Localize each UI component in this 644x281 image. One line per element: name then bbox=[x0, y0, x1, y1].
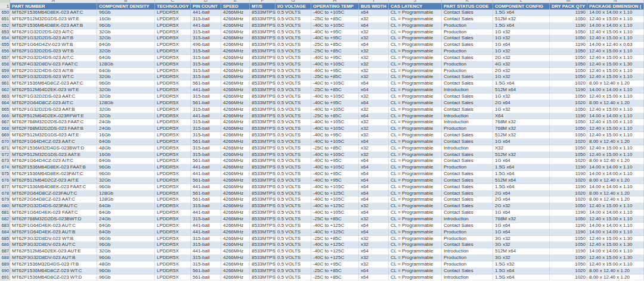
cell-N652-package-dimension[interactable]: 14.00 x 14.00 x 1.10 bbox=[587, 23, 644, 29]
cell-I658-bus-width[interactable]: x32 bbox=[359, 61, 389, 68]
cell-E657-speed[interactable]: 4266MHz bbox=[221, 55, 250, 61]
cell-B672-component-density[interactable]: 16Gb bbox=[97, 152, 155, 158]
cell-B655-component-density[interactable]: 64Gb bbox=[97, 42, 155, 48]
cell-K653-part-status-code[interactable]: Production bbox=[442, 29, 493, 36]
cell-B690-component-density[interactable]: 96Gb bbox=[97, 268, 155, 274]
cell-A654-part-number[interactable]: MT62F1G32D2DS-023 AIT:B bbox=[10, 35, 97, 42]
row-header-668[interactable]: 668 bbox=[0, 126, 10, 132]
cell-E683-speed[interactable]: 4266MHz bbox=[221, 223, 250, 229]
cell-E669-speed[interactable]: 4266MHz bbox=[221, 132, 250, 139]
cell-E660-speed[interactable]: 4266MHz bbox=[221, 74, 250, 80]
cell-I685-bus-width[interactable]: x32 bbox=[359, 236, 389, 242]
cell-D668-pin-count[interactable]: 315-ball bbox=[191, 126, 221, 132]
cell-L670-component-config[interactable]: 1G x64 bbox=[493, 139, 550, 145]
cell-B658-component-density[interactable]: 128Gb bbox=[97, 61, 155, 68]
cell-L665-component-config[interactable]: 1G x32 bbox=[493, 107, 550, 113]
cell-G687-io-voltage[interactable]: 0.5 VOLTS bbox=[275, 248, 311, 255]
cell-N662-package-dimension[interactable]: 14.00 x 14.00 x 1.10 bbox=[587, 87, 644, 93]
cell-J686-cas-latency[interactable]: CL = Programmable bbox=[389, 242, 442, 248]
cell-C674-technology[interactable]: LPDDR5X bbox=[155, 164, 191, 171]
cell-B678-component-density[interactable]: 128Gb bbox=[97, 191, 155, 197]
cell-B677-component-density[interactable]: 96Gb bbox=[97, 184, 155, 191]
cell-D682-pin-count[interactable]: 315-ball bbox=[191, 216, 221, 223]
cell-N674-package-dimension[interactable]: 14.00 x 14.00 x 1.10 bbox=[587, 164, 644, 171]
cell-A687-part-number[interactable]: MT62F512M64D2EK-023 AUT:E bbox=[10, 248, 97, 255]
cell-J678-cas-latency[interactable]: CL = Programmable bbox=[389, 191, 442, 197]
cell-C652-technology[interactable]: LPDDR5X bbox=[155, 23, 191, 29]
cell-K652-part-status-code[interactable]: Production bbox=[442, 23, 493, 29]
cell-G677-io-voltage[interactable]: 0.5 VOLTS bbox=[275, 184, 311, 191]
cell-M669-dry-pack-qty[interactable]: 1050 bbox=[550, 132, 587, 139]
cell-D663-pin-count[interactable]: 315-ball bbox=[191, 93, 221, 100]
cell-N651-package-dimension[interactable]: 12.40 x 15.00 x 1.10 bbox=[587, 16, 644, 23]
cell-L669-component-config[interactable]: 512M x32 bbox=[493, 132, 550, 139]
cell-I682-bus-width[interactable]: x32 bbox=[359, 216, 389, 223]
cell-K656-part-status-code[interactable]: Production bbox=[442, 48, 493, 55]
cell-M674-dry-pack-qty[interactable]: 1190 bbox=[550, 164, 587, 171]
row-header-678[interactable]: 678 bbox=[0, 191, 10, 197]
cell-I656-bus-width[interactable]: x32 bbox=[359, 48, 389, 55]
cell-G685-io-voltage[interactable]: 0.5 VOLTS bbox=[275, 236, 311, 242]
cell-B689-component-density[interactable]: 48Gb bbox=[97, 261, 155, 268]
cell-C658-technology[interactable]: LPDDR5X bbox=[155, 61, 191, 68]
cell-A670-part-number[interactable]: MT62F1G64D4CZ-023 AAT:C bbox=[10, 139, 97, 145]
cell-H676-operating-temp[interactable]: -40C to +95C bbox=[311, 177, 359, 184]
cell-A656-part-number[interactable]: MT62F1G32D2DS-023 WT:B bbox=[10, 48, 97, 55]
cell-F686-mts[interactable]: 8533MTPS bbox=[250, 242, 275, 248]
cell-B661-component-density[interactable]: 96Gb bbox=[97, 80, 155, 87]
cell-H666-operating-temp[interactable]: -25C to +85C bbox=[311, 113, 359, 120]
cell-K666-part-status-code[interactable]: Introduction bbox=[442, 113, 493, 120]
cell-K671-part-status-code[interactable]: Introduction bbox=[442, 145, 493, 152]
cell-D688-pin-count[interactable]: 315-ball bbox=[191, 255, 221, 261]
row-header-669[interactable]: 669 bbox=[0, 132, 10, 139]
row-header-659[interactable]: 659 bbox=[0, 68, 10, 74]
cell-C691-technology[interactable]: LPDDR5X bbox=[155, 274, 191, 281]
cell-A672-part-number[interactable]: MT62F512M32D1DS-023 AAT:E bbox=[10, 152, 97, 158]
cell-D669-pin-count[interactable]: 315-ball bbox=[191, 132, 221, 139]
cell-N682-package-dimension[interactable]: 12.40 x 15.00 x 1.10 bbox=[587, 216, 644, 223]
cell-A655-part-number[interactable]: MT62F1G64D4ZV-023 WT:B bbox=[10, 42, 97, 48]
cell-E674-speed[interactable]: 4266MHz bbox=[221, 164, 250, 171]
cell-B670-component-density[interactable]: 64Gb bbox=[97, 139, 155, 145]
cell-M666-dry-pack-qty[interactable]: 1190 bbox=[550, 113, 587, 120]
cell-C681-technology[interactable]: LPDDR5X bbox=[155, 210, 191, 216]
cell-A678-part-number[interactable]: MT62F2G64D8CZ-023FAUT:C bbox=[10, 191, 97, 197]
cell-H684-operating-temp[interactable]: -40C to +125C bbox=[311, 229, 359, 236]
row-header-651[interactable]: 651 bbox=[0, 16, 10, 23]
cell-N670-package-dimension[interactable]: 8.00 x 12.40 x 1.20 bbox=[587, 139, 644, 145]
cell-I691-bus-width[interactable]: x64 bbox=[359, 274, 389, 281]
row-header-652[interactable]: 652 bbox=[0, 23, 10, 29]
cell-N686-package-dimension[interactable]: 12.40 x 15.00 x 1.30 bbox=[587, 242, 644, 248]
cell-K669-part-status-code[interactable]: Contact Sales bbox=[442, 132, 493, 139]
cell-H653-operating-temp[interactable]: -40C to +95C bbox=[311, 29, 359, 36]
cell-J660-cas-latency[interactable]: CL = Programmable bbox=[389, 74, 442, 80]
cell-E653-speed[interactable]: 4266MHz bbox=[221, 29, 250, 36]
cell-B685-component-density[interactable]: 96Gb bbox=[97, 236, 155, 242]
cell-L662-component-config[interactable]: 512M x64 bbox=[493, 87, 550, 93]
cell-H680-operating-temp[interactable]: -40C to +125C bbox=[311, 203, 359, 210]
cell-J670-cas-latency[interactable]: CL = Programmable bbox=[389, 139, 442, 145]
cell-F684-mts[interactable]: 8533MTPS bbox=[250, 229, 275, 236]
cell-I676-bus-width[interactable]: x64 bbox=[359, 177, 389, 184]
cell-G674-io-voltage[interactable]: 0.5 VOLTS bbox=[275, 164, 311, 171]
cell-N650-package-dimension[interactable]: 14.00 x 14.00 x 1.10 bbox=[587, 10, 644, 16]
cell-C656-technology[interactable]: LPDDR5X bbox=[155, 48, 191, 55]
cell-G652-io-voltage[interactable]: 0.5 VOLTS bbox=[275, 23, 311, 29]
row-header-653[interactable]: 653 bbox=[0, 29, 10, 36]
cell-K688-part-status-code[interactable]: Production bbox=[442, 255, 493, 261]
cell-B651-component-density[interactable]: 16Gb bbox=[97, 16, 155, 23]
cell-F664-mts[interactable]: 8533MTPS bbox=[250, 100, 275, 107]
cell-C664-technology[interactable]: LPDDR5X bbox=[155, 100, 191, 107]
cell-B653-component-density[interactable]: 32Gb bbox=[97, 29, 155, 36]
cell-H674-operating-temp[interactable]: -40C to +105C bbox=[311, 164, 359, 171]
cell-D660-pin-count[interactable]: 315-ball bbox=[191, 74, 221, 80]
cell-F661-mts[interactable]: 8533MTPS bbox=[250, 80, 275, 87]
header-cell-part-number[interactable]: PART NUMBER bbox=[10, 3, 97, 10]
cell-B675-component-density[interactable]: 96Gb bbox=[97, 171, 155, 177]
cell-N678-package-dimension[interactable]: 8.00 x 12.40 x 1.20 bbox=[587, 191, 644, 197]
cell-D681-pin-count[interactable]: 441-ball bbox=[191, 210, 221, 216]
cell-L690-component-config[interactable]: 1.5G x64 bbox=[493, 268, 550, 274]
cell-A685-part-number[interactable]: MT62F3G32D8DV-023 WT:B bbox=[10, 236, 97, 242]
row-header-667[interactable]: 667 bbox=[0, 119, 10, 126]
header-cell-part-status-code[interactable]: PART STATUS CODE bbox=[442, 3, 493, 10]
